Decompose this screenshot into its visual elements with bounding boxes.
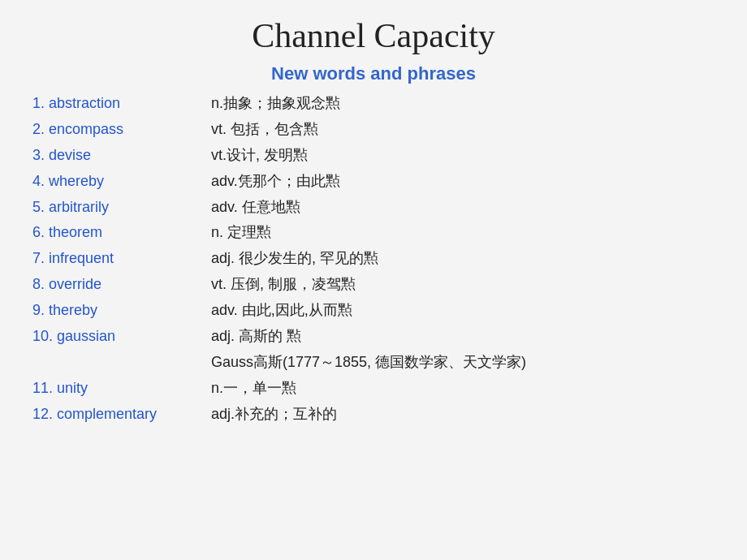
table-row: 5. arbitrarilyadv. 任意地㸃 — [32, 195, 715, 221]
section-subtitle: New words and phrases — [32, 63, 715, 84]
vocab-number-word — [32, 350, 211, 376]
vocab-definition: adv.凭那个；由此㸃 — [211, 169, 715, 195]
vocab-definition: n. 定理㸃 — [211, 220, 715, 246]
table-row: 12. complementaryadj.补充的；互补的 — [32, 402, 715, 428]
vocab-number-word: 2. encompass — [32, 117, 211, 143]
vocab-number-word: 3. devise — [32, 143, 211, 169]
vocab-number-word: 6. theorem — [32, 220, 211, 246]
vocab-number-word: 10. gaussian — [32, 324, 211, 350]
vocab-definition: adj.补充的；互补的 — [211, 402, 715, 428]
vocab-definition: adj. 很少发生的, 罕见的㸃 — [211, 246, 715, 272]
table-row: 4. wherebyadv.凭那个；由此㸃 — [32, 169, 715, 195]
vocab-table: 1. abstractionn.抽象；抽象观念㸃2. encompassvt. … — [32, 91, 715, 428]
table-row: 8. overridevt. 压倒, 制服，凌驾㸃 — [32, 272, 715, 298]
table-row: 11. unityn.一，单一㸃 — [32, 376, 715, 402]
table-row: 9. therebyadv. 由此,因此,从而㸃 — [32, 298, 715, 324]
table-row: 7. infrequentadj. 很少发生的, 罕见的㸃 — [32, 246, 715, 272]
table-row: 2. encompassvt. 包括，包含㸃 — [32, 117, 715, 143]
vocab-definition: vt. 包括，包含㸃 — [211, 117, 715, 143]
vocab-definition: vt. 压倒, 制服，凌驾㸃 — [211, 272, 715, 298]
vocab-definition: n.抽象；抽象观念㸃 — [211, 91, 715, 117]
vocab-number-word: 11. unity — [32, 376, 211, 402]
vocab-number-word: 1. abstraction — [32, 91, 211, 117]
vocab-number-word: 12. complementary — [32, 402, 211, 428]
table-row: 6. theoremn. 定理㸃 — [32, 220, 715, 246]
vocab-number-word: 4. whereby — [32, 169, 211, 195]
vocab-definition: vt.设计, 发明㸃 — [211, 143, 715, 169]
vocab-definition: adv. 由此,因此,从而㸃 — [211, 298, 715, 324]
vocab-number-word: 8. override — [32, 272, 211, 298]
table-row: 3. devisevt.设计, 发明㸃 — [32, 143, 715, 169]
vocab-definition: n.一，单一㸃 — [211, 376, 715, 402]
page-title: Channel Capacity — [32, 16, 715, 55]
vocab-definition: adj. 高斯的 㸃 — [211, 324, 715, 350]
vocab-number-word: 5. arbitrarily — [32, 195, 211, 221]
table-row: 10. gaussianadj. 高斯的 㸃 — [32, 324, 715, 350]
vocab-definition: Gauss高斯(1777～1855, 德国数学家、天文学家) — [211, 350, 715, 376]
vocab-definition: adv. 任意地㸃 — [211, 195, 715, 221]
vocab-number-word: 7. infrequent — [32, 246, 211, 272]
table-row: Gauss高斯(1777～1855, 德国数学家、天文学家) — [32, 350, 715, 376]
main-page: Channel Capacity New words and phrases 1… — [0, 0, 747, 560]
table-row: 1. abstractionn.抽象；抽象观念㸃 — [32, 91, 715, 117]
vocab-number-word: 9. thereby — [32, 298, 211, 324]
